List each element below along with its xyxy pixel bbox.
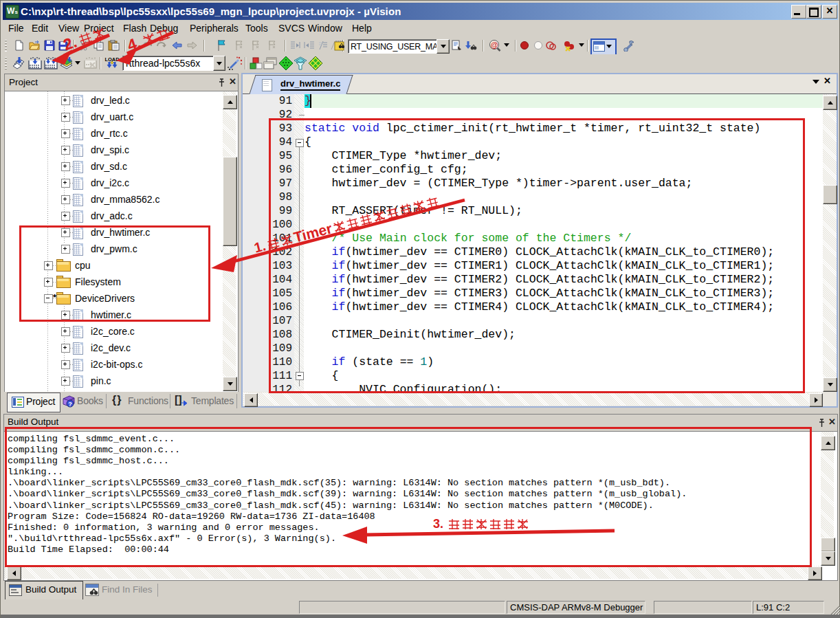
svg-text:@: @ <box>491 41 498 49</box>
svg-text:?: ? <box>68 401 71 408</box>
